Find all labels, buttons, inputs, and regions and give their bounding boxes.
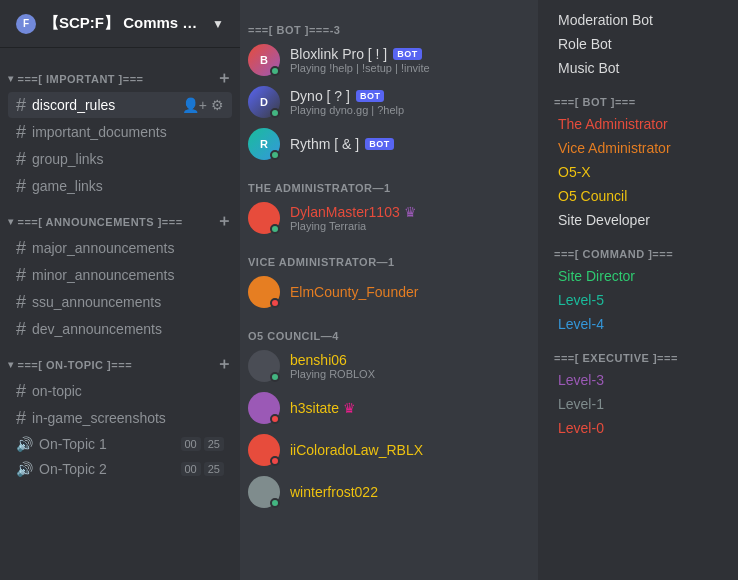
server-name: 【SCP:F】 Comms Ser...	[44, 14, 204, 33]
status-indicator	[270, 150, 280, 160]
member-dyno[interactable]: D Dyno [ ? ] BOT Playing dyno.gg | ?help	[240, 82, 538, 122]
hash-icon: #	[16, 382, 26, 400]
category-important[interactable]: ▾ ===[ IMPORTANT ]=== ＋	[0, 64, 240, 91]
speaker-icon: 🔊	[16, 436, 33, 452]
member-winterfrost[interactable]: winterfrost022	[240, 472, 538, 512]
roles-panel: Moderation Bot Role Bot Music Bot ===[ B…	[538, 0, 738, 580]
admin-category-header: THE ADMINISTRATOR—1	[240, 166, 538, 198]
server-icon: F	[16, 14, 36, 34]
channel-group-links[interactable]: # group_links	[8, 146, 232, 172]
role-moderation-bot[interactable]: Moderation Bot	[542, 8, 734, 32]
bot-category-header: ===[ BOT ]===-3	[240, 8, 538, 40]
member-info: Rythm [ & ] BOT	[290, 136, 530, 152]
role-level-4[interactable]: Level-4	[542, 312, 734, 336]
channel-dev-announcements[interactable]: # dev_announcements	[8, 316, 232, 342]
role-level-3[interactable]: Level-3	[542, 368, 734, 392]
category-label: ===[ IMPORTANT ]===	[18, 73, 216, 85]
role-label: Role Bot	[558, 36, 718, 52]
hash-icon: #	[16, 123, 26, 141]
hash-icon: #	[16, 409, 26, 427]
channel-important-documents[interactable]: # important_documents	[8, 119, 232, 145]
add-channel-icon[interactable]: ＋	[216, 354, 233, 375]
bloxlink-avatar-container: B	[248, 44, 280, 76]
role-site-director[interactable]: Site Director	[542, 264, 734, 288]
member-h3sitate[interactable]: h3sitate ♛	[240, 388, 538, 428]
member-rythm[interactable]: R Rythm [ & ] BOT	[240, 124, 538, 164]
role-the-administrator[interactable]: The Administrator	[542, 112, 734, 136]
role-site-developer[interactable]: Site Developer	[542, 208, 734, 232]
member-elmcounty[interactable]: ElmCounty_Founder	[240, 272, 538, 312]
role-music-bot[interactable]: Music Bot	[542, 56, 734, 80]
member-bloxlink[interactable]: B Bloxlink Pro [ ! ] BOT Playing !help |…	[240, 40, 538, 80]
category-announcements[interactable]: ▾ ===[ ANNOUNCEMENTS ]=== ＋	[0, 207, 240, 234]
role-label: Moderation Bot	[558, 12, 718, 28]
dylanmaster-avatar-container	[248, 202, 280, 234]
status-indicator	[270, 298, 280, 308]
role-level-0[interactable]: Level-0	[542, 416, 734, 440]
o5-category-header: O5 COUNCIL—4	[240, 314, 538, 346]
server-sidebar: F 【SCP:F】 Comms Ser... ▼ ▾ ===[ IMPORTAN…	[0, 0, 240, 580]
channel-name: on-topic	[32, 383, 224, 399]
role-section-executive: ===[ EXECUTIVE ]===	[538, 336, 738, 368]
rythm-avatar-container: R	[248, 128, 280, 160]
members-online-panel: ===[ BOT ]===-3 B Bloxlink Pro [ ! ] BOT…	[240, 0, 538, 580]
channel-minor-announcements[interactable]: # minor_announcements	[8, 262, 232, 288]
add-member-icon[interactable]: 👤+	[182, 97, 207, 113]
member-info: Dyno [ ? ] BOT Playing dyno.gg | ?help	[290, 88, 530, 116]
channel-name: in-game_screenshots	[32, 410, 224, 426]
role-o5-x[interactable]: O5-X	[542, 160, 734, 184]
status-indicator	[270, 372, 280, 382]
h3sitate-avatar-container	[248, 392, 280, 424]
member-name: iiColoradoLaw_RBLX	[290, 442, 423, 458]
status-indicator	[270, 108, 280, 118]
channel-in-game-screenshots[interactable]: # in-game_screenshots	[8, 405, 232, 431]
role-o5-council[interactable]: O5 Council	[542, 184, 734, 208]
winterfrost-avatar-container	[248, 476, 280, 508]
channel-name: game_links	[32, 178, 224, 194]
member-info: benshi06 Playing ROBLOX	[290, 352, 530, 380]
channel-ssu-announcements[interactable]: # ssu_announcements	[8, 289, 232, 315]
voice-on-topic-2[interactable]: 🔊 On-Topic 2 00 25	[8, 457, 232, 481]
channel-discord-rules[interactable]: # discord_rules 👤+ ⚙	[8, 92, 232, 118]
category-label: ===[ ON-TOPIC ]===	[18, 359, 216, 371]
server-header[interactable]: F 【SCP:F】 Comms Ser... ▼	[0, 0, 240, 48]
channel-name: ssu_announcements	[32, 294, 224, 310]
role-label: The Administrator	[558, 116, 718, 132]
voice-count-group: 00 25	[181, 437, 225, 451]
channel-game-links[interactable]: # game_links	[8, 173, 232, 199]
hash-icon: #	[16, 177, 26, 195]
crown-badge: ♛	[343, 400, 356, 416]
member-info: Bloxlink Pro [ ! ] BOT Playing !help | !…	[290, 46, 530, 74]
status-indicator	[270, 66, 280, 76]
role-level-1[interactable]: Level-1	[542, 392, 734, 416]
role-label: O5 Council	[558, 188, 718, 204]
channel-major-announcements[interactable]: # major_announcements	[8, 235, 232, 261]
role-section-bot: ===[ BOT ]===	[538, 80, 738, 112]
role-level-5[interactable]: Level-5	[542, 288, 734, 312]
settings-icon[interactable]: ⚙	[211, 97, 224, 113]
channel-on-topic[interactable]: # on-topic	[8, 378, 232, 404]
iicolorado-avatar-container	[248, 434, 280, 466]
channel-name: dev_announcements	[32, 321, 224, 337]
voice-count-users: 00	[181, 437, 201, 451]
add-channel-icon[interactable]: ＋	[216, 211, 233, 232]
category-chevron: ▾	[8, 216, 14, 227]
role-role-bot[interactable]: Role Bot	[542, 32, 734, 56]
role-label: Level-1	[558, 396, 718, 412]
hash-icon: #	[16, 266, 26, 284]
status-indicator	[270, 498, 280, 508]
category-on-topic[interactable]: ▾ ===[ ON-TOPIC ]=== ＋	[0, 350, 240, 377]
role-vice-administrator[interactable]: Vice Administrator	[542, 136, 734, 160]
member-activity: Playing !help | !setup | !invite	[290, 62, 530, 74]
member-benshi[interactable]: benshi06 Playing ROBLOX	[240, 346, 538, 386]
hash-icon: #	[16, 320, 26, 338]
add-channel-icon[interactable]: ＋	[216, 68, 233, 89]
speaker-icon: 🔊	[16, 461, 33, 477]
member-dylanmaster[interactable]: DylanMaster1103 ♛ Playing Terraria	[240, 198, 538, 238]
voice-on-topic-1[interactable]: 🔊 On-Topic 1 00 25	[8, 432, 232, 456]
vice-admin-category-header: VICE ADMINISTRATOR—1	[240, 240, 538, 272]
voice-count-bots: 25	[204, 462, 224, 476]
bot-tag: BOT	[356, 90, 385, 102]
elmcounty-avatar-container	[248, 276, 280, 308]
member-iicolorado[interactable]: iiColoradoLaw_RBLX	[240, 430, 538, 470]
